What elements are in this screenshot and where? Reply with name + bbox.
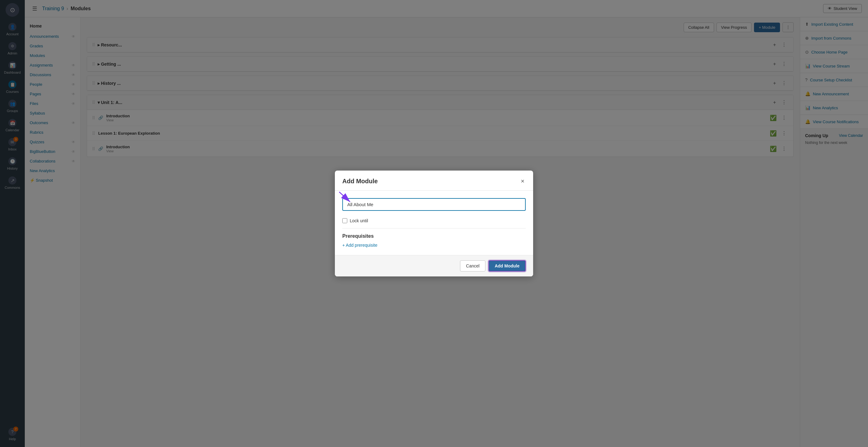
add-prerequisite-button[interactable]: + Add prerequisite <box>342 243 377 248</box>
prerequisites-title: Prerequisites <box>342 233 526 239</box>
dialog-title: Add Module <box>342 178 378 185</box>
dialog-header: Add Module × <box>335 171 533 191</box>
dialog-overlay: Add Module × <box>0 0 868 447</box>
lock-until-checkbox[interactable] <box>342 218 347 223</box>
add-module-submit-button[interactable]: Add Module <box>489 260 526 272</box>
add-module-dialog: Add Module × <box>335 171 533 276</box>
cancel-button[interactable]: Cancel <box>460 260 486 272</box>
lock-until-label: Lock until <box>350 218 368 223</box>
module-name-input[interactable] <box>342 198 526 211</box>
dialog-footer: Cancel Add Module <box>335 255 533 276</box>
dialog-close-button[interactable]: × <box>520 177 526 185</box>
lock-until-row: Lock until <box>342 213 526 229</box>
dialog-body: Lock until Prerequisites + Add prerequis… <box>335 191 533 255</box>
prerequisites-section: Prerequisites + Add prerequisite <box>342 229 526 248</box>
